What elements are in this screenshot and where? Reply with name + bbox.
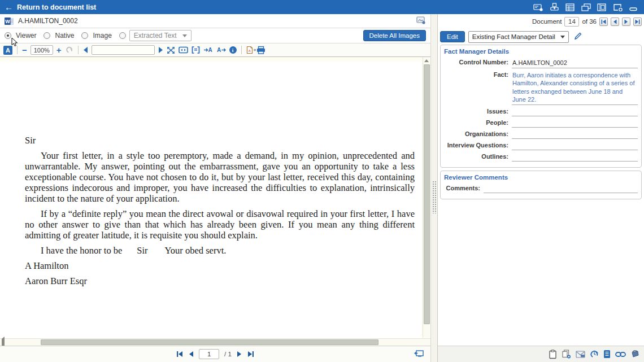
page-navigation-bar: / 1 [0,346,430,362]
viewer-pane: W A.HAMILTON_0002 Viewer Native Image Ex… [0,14,430,362]
viewer-radio[interactable] [5,32,11,39]
zoom-in-button[interactable]: + [56,46,62,54]
coding-pane: Document of 36 Edit Existing Fact Manage… [438,14,644,362]
copy-document-icon[interactable] [562,350,571,359]
vertical-scroll-thumb[interactable] [424,64,430,324]
document-review-app: ← Return to document list [0,0,644,362]
extracted-text-label: Extracted Text [134,32,177,40]
topbar-icon-group [533,3,644,11]
print-to-pdf-icon[interactable]: A [246,46,266,54]
people-field: People: [444,117,638,128]
native-radio-label[interactable]: Native [55,32,74,40]
native-radio[interactable] [43,32,50,39]
fit-width-icon[interactable] [179,46,188,54]
previous-page-button[interactable] [188,351,194,357]
dropdown-arrow-icon [182,34,187,37]
extracted-text-dropdown[interactable]: Extracted Text [129,30,192,41]
return-to-document-list-button[interactable]: ← Return to document list [0,3,96,11]
next-hit-button[interactable] [158,47,163,53]
pane-splitter[interactable] [430,14,438,362]
scroll-up-arrow[interactable] [423,57,430,64]
zoom-out-button[interactable]: − [22,46,27,54]
history-icon[interactable] [590,350,599,359]
imaging-profile-icon[interactable] [416,16,426,25]
layout-selector-row: Edit Existing Fact Manager Detail [438,29,644,45]
link-icon[interactable] [615,351,626,357]
save-image-icon[interactable] [549,3,559,11]
addressee: Aaron Burr Esqr [25,276,415,286]
layout-panels-icon[interactable] [597,3,607,11]
svg-text:A: A [208,47,212,53]
viewer-search-input[interactable] [92,45,155,55]
popout-window-icon[interactable] [612,3,623,11]
document-total-label: of 36 [582,18,597,25]
edit-layout-pencil-icon[interactable] [573,32,582,42]
dropdown-arrow-icon [560,36,565,38]
notes-document-icon[interactable] [603,350,611,359]
edit-button-top[interactable]: Edit [440,31,465,42]
last-page-button[interactable] [247,351,254,357]
document-number-input[interactable] [564,17,579,27]
next-page-button[interactable] [237,351,242,357]
first-page-button[interactable] [176,351,183,357]
back-label: Return to document list [17,3,96,11]
previous-hit-button[interactable] [83,47,88,53]
fit-page-icon[interactable] [192,46,200,54]
reviewer-comments-section: Reviewer Comments Comments: [440,171,642,199]
info-icon[interactable]: i [229,46,237,54]
horizontal-scrollbar[interactable] [0,338,430,346]
page-total-label: / 1 [224,351,232,357]
fact-manager-details-title: Fact Manager Details [444,48,638,55]
standalone-viewer-icon[interactable] [414,350,424,359]
issues-field: Issues: [444,106,638,116]
extracted-text: Sir Your first letter, in a style too pe… [0,62,418,286]
control-number-field: Control Number: A.HAMILTON_0002 [444,57,638,68]
last-document-button[interactable] [633,18,642,26]
text-mode-radio[interactable] [119,32,126,39]
panel-footer-toolbar [438,346,644,362]
viewer-toolbar: A − + A [0,43,430,57]
document-card-icon[interactable] [533,3,543,11]
translate-to-icon[interactable]: A [216,46,226,54]
organizations-field: Organizations: [444,129,638,139]
closing-line: I have the honor to beSirYour obed servt… [25,245,415,256]
email-icon[interactable] [576,351,585,358]
image-radio-label[interactable]: Image [93,32,111,40]
zoom-level-input[interactable] [31,45,53,55]
layout-dropdown[interactable]: Existing Fact Manager Detail [468,31,569,43]
document-label: Document [532,18,562,25]
horizontal-scroll-thumb[interactable] [41,339,378,345]
text-options-icon[interactable]: A [3,46,12,55]
next-document-button[interactable] [622,18,630,26]
first-document-button[interactable] [599,18,608,26]
scroll-left-arrow[interactable] [2,337,5,346]
back-arrow-icon: ← [5,3,13,11]
collapse-bar-icon[interactable] [628,3,638,11]
viewer-radio-label[interactable]: Viewer [16,32,36,40]
previous-document-button[interactable] [611,18,619,26]
related-items-grid-icon[interactable] [565,3,575,11]
image-radio[interactable] [81,32,88,39]
toolbar-separator [241,46,242,54]
paragraph-2: If by a “definite reply” you mean the di… [25,208,415,241]
signature: A Hamilton [25,260,415,271]
fact-manager-details-section: Fact Manager Details Control Number: A.H… [440,45,642,168]
page-number-input[interactable] [199,349,219,359]
document-page: Sir Your first letter, in a style too pe… [0,62,421,346]
vertical-scrollbar[interactable] [423,57,430,338]
svg-text:A: A [216,47,220,53]
panel-spacer [438,202,644,343]
delete-bucket-icon[interactable] [630,350,639,359]
splitter-grip-icon[interactable] [432,181,437,213]
fullscreen-icon[interactable] [167,46,175,54]
svg-text:A: A [248,49,250,53]
interview-questions-field: Interview Questions: [444,140,638,150]
translate-from-icon[interactable]: A [203,46,213,54]
copy-to-clipboard-icon[interactable] [549,350,557,359]
layout-dropdown-value: Existing Fact Manager Detail [472,33,555,40]
view-mode-controls: Viewer Native Image Extracted Text Delet… [0,28,430,43]
delete-all-images-button[interactable]: Delete All Images [363,30,427,41]
cascade-windows-icon[interactable] [581,3,591,11]
svg-text:W: W [5,19,10,24]
reset-rotation-icon[interactable] [65,46,73,55]
